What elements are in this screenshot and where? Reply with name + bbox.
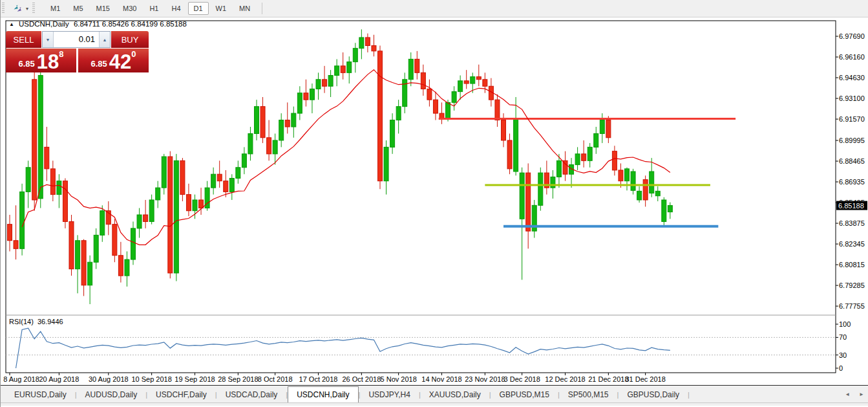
- timeframe-button-m5[interactable]: M5: [67, 2, 89, 15]
- toolbar-separator: [262, 3, 262, 14]
- date-axis-label: 30 Aug 2018: [89, 375, 129, 383]
- candle-body: [538, 173, 543, 205]
- timeframe-button-w1[interactable]: W1: [210, 2, 233, 15]
- date-axis-label: 14 Nov 2018: [421, 375, 461, 383]
- timeframe-button-m30[interactable]: M30: [117, 2, 142, 15]
- price-axis-label: 6.91570: [839, 115, 865, 123]
- toolbar-grip[interactable]: [32, 3, 35, 14]
- mt4-terminal-window: ▾ M1M5M15M30H1H4D1W1MN 6.976906.961606.9…: [0, 0, 868, 407]
- candle-body: [118, 256, 123, 276]
- candle-body: [594, 133, 598, 147]
- candle-body: [76, 241, 80, 269]
- candle-body: [45, 147, 49, 168]
- tab-scroll-left-icon[interactable]: ◄: [845, 391, 850, 397]
- candle-body: [199, 200, 204, 208]
- toolbar-grip[interactable]: [2, 3, 5, 14]
- candle-body: [655, 191, 660, 195]
- sell-price-box[interactable]: 6.85 18 8: [6, 49, 76, 72]
- candle-body: [625, 169, 630, 181]
- tab-sp500-m15[interactable]: SP500,M15: [560, 387, 617, 402]
- price-axis-label: 6.86935: [839, 178, 865, 186]
- candle-body: [347, 62, 352, 73]
- candle-body: [619, 170, 623, 181]
- timeframe-button-group: M1M5M15M30H1H4D1W1MN: [44, 2, 257, 15]
- price-axis-label: 6.97690: [839, 32, 865, 40]
- sell-button[interactable]: SELL: [6, 31, 41, 48]
- candle-body: [156, 188, 160, 200]
- candle-body: [131, 228, 136, 259]
- volume-control: ▼ 0.01 ▲: [42, 31, 111, 48]
- candle-body: [643, 180, 648, 200]
- candle-body: [390, 120, 395, 148]
- tab-gbpusd-m15[interactable]: GBPUSD,M15: [491, 387, 558, 402]
- candle-body: [421, 72, 425, 89]
- triangle-up-icon[interactable]: ▲: [9, 21, 14, 27]
- volume-increase-button[interactable]: ▲: [99, 32, 110, 47]
- candle-body: [8, 225, 12, 241]
- chart-ohlc-values: 6.84711 6.85426 6.84199 6.85188: [74, 20, 187, 28]
- date-axis-label: 23 Nov 2018: [465, 375, 505, 383]
- candle-body: [255, 107, 259, 134]
- timeframe-button-h1[interactable]: H1: [143, 2, 164, 15]
- candle-body: [316, 80, 321, 89]
- volume-input[interactable]: 0.01: [54, 32, 99, 47]
- tab-audusd-daily[interactable]: AUDUSD,Daily: [77, 387, 146, 402]
- rsi-axis-label: 100: [839, 320, 851, 328]
- current-price-value: 6.85188: [838, 202, 864, 210]
- candle-body: [514, 120, 518, 172]
- tab-scroll-right-icon[interactable]: ►: [859, 391, 864, 397]
- candle-body: [279, 120, 284, 140]
- buy-button[interactable]: BUY: [111, 31, 149, 48]
- candle-body: [341, 66, 345, 72]
- candle-body: [396, 107, 401, 120]
- date-axis-label: 20 Aug 2018: [39, 375, 79, 383]
- candle-body: [143, 215, 148, 221]
- timeframe-button-m1[interactable]: M1: [45, 2, 66, 15]
- toolbar: ▾ M1M5M15M30H1H4D1W1MN: [1, 0, 868, 17]
- candle-body: [446, 102, 450, 118]
- candle-body: [149, 200, 154, 221]
- chevron-down-icon[interactable]: ▾: [26, 6, 28, 12]
- candle-body: [63, 181, 67, 222]
- volume-decrease-button[interactable]: ▼: [43, 32, 54, 47]
- candle-body: [335, 66, 339, 76]
- candle-body: [458, 81, 463, 92]
- date-axis-label: 17 Oct 2018: [299, 375, 338, 383]
- candle-body: [372, 45, 376, 50]
- candle-body: [193, 200, 197, 211]
- candle-body: [606, 120, 611, 138]
- timeframe-button-mn[interactable]: MN: [233, 2, 256, 15]
- date-axis-label: 28 Sep 2018: [218, 375, 258, 383]
- tab-xauusd-daily[interactable]: XAUUSD,Daily: [421, 387, 489, 402]
- tab-usdchf-daily[interactable]: USDCHF,Daily: [147, 387, 215, 402]
- candle-body: [297, 93, 302, 113]
- candle-body: [310, 89, 314, 100]
- tab-usdcnh-daily[interactable]: USDCNH,Daily: [288, 386, 358, 402]
- tab-usdcad-daily[interactable]: USDCAD,Daily: [217, 387, 286, 402]
- candle-body: [285, 120, 290, 127]
- price-axis-label: 6.83875: [839, 219, 865, 227]
- candle-body: [273, 140, 277, 154]
- tab-eurusd-daily[interactable]: EURUSD,Daily: [6, 387, 75, 402]
- trade-arrows-tool-button[interactable]: ▾: [10, 2, 31, 15]
- buy-price-base: 6.85: [90, 59, 107, 69]
- candle-body: [32, 80, 37, 200]
- sell-price-big: 18: [37, 54, 59, 71]
- date-axis-label: 26 Oct 2018: [342, 375, 381, 383]
- buy-price-box[interactable]: 6.85 42 0: [78, 49, 149, 72]
- chart-region: 6.976906.961606.946306.931006.915706.899…: [1, 17, 868, 386]
- candle-body: [631, 171, 635, 190]
- tab-usdjpy-h4[interactable]: USDJPY,H4: [360, 387, 418, 402]
- candle-body: [38, 76, 43, 199]
- timeframe-button-h4[interactable]: H4: [165, 2, 186, 15]
- price-axis-label: 6.77755: [839, 302, 865, 310]
- candle-body: [267, 138, 271, 154]
- timeframe-button-m15[interactable]: M15: [90, 2, 116, 15]
- candle-body: [211, 174, 216, 188]
- date-axis-label: 8 Oct 2018: [258, 375, 293, 383]
- candle-body: [20, 192, 25, 248]
- timeframe-button-d1[interactable]: D1: [188, 2, 209, 15]
- tab-gbpusd-daily[interactable]: GBPUSD,Daily: [619, 387, 688, 402]
- candle-body: [125, 259, 129, 276]
- candle-body: [217, 174, 222, 181]
